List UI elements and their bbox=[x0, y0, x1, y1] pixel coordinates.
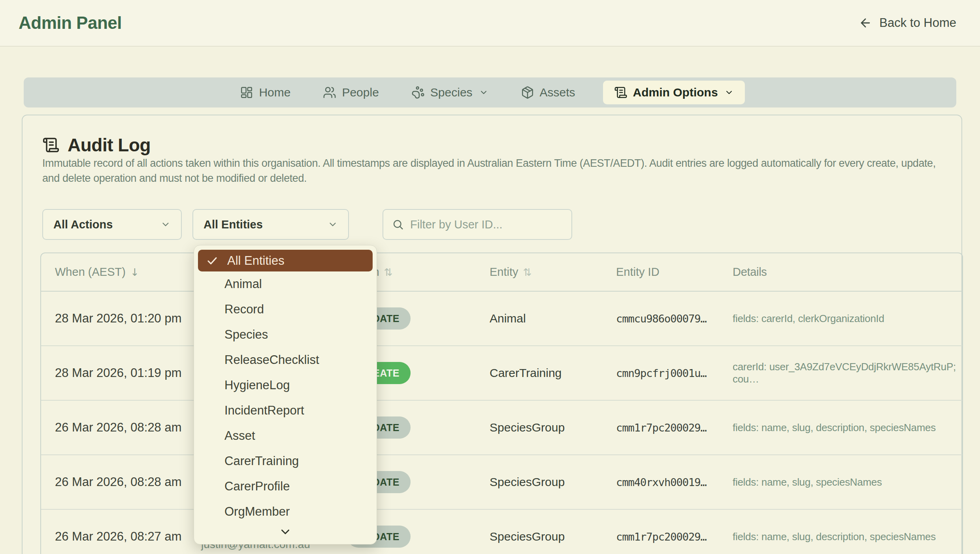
audit-table: When (AEST) ↓ Action ⇅ Entity ⇅ Entity I… bbox=[40, 253, 963, 554]
scroll-icon bbox=[614, 86, 628, 99]
sort-desc-icon: ↓ bbox=[130, 266, 139, 278]
entity-cell: SpeciesGroup bbox=[490, 401, 565, 454]
dropdown-scroll-down-chevron[interactable] bbox=[194, 525, 377, 539]
details-cell: fields: name, slug, description, species… bbox=[733, 401, 936, 454]
dropdown-option-species[interactable]: Species bbox=[198, 322, 373, 347]
table-row: 26 Mar 2026, 08:27 am justin@yamalt.com.… bbox=[41, 510, 962, 554]
column-label: Entity bbox=[490, 266, 518, 279]
dropdown-option-label: All Entities bbox=[227, 254, 285, 268]
entity-cell: CarerTraining bbox=[490, 346, 562, 400]
dropdown-option-carerprofile[interactable]: CarerProfile bbox=[198, 474, 373, 499]
nav-item-label: People bbox=[342, 86, 379, 99]
table-row: 26 Mar 2026, 08:28 am UPDATE SpeciesGrou… bbox=[41, 455, 962, 510]
nav-item-species[interactable]: Species bbox=[407, 81, 493, 104]
nav-item-home[interactable]: Home bbox=[235, 81, 295, 104]
entity-cell: Animal bbox=[490, 292, 526, 345]
main-nav: Home People Species Assets Admin Options bbox=[24, 77, 956, 107]
nav-item-label: Species bbox=[430, 86, 473, 99]
audit-log-title: Audit Log bbox=[68, 134, 151, 156]
dropdown-option-carertraining[interactable]: CarerTraining bbox=[198, 448, 373, 474]
chevron-down-icon bbox=[160, 219, 171, 230]
nav-item-admin-options[interactable]: Admin Options bbox=[603, 81, 745, 104]
column-header-when[interactable]: When (AEST) ↓ bbox=[55, 253, 139, 291]
sort-both-icon: ⇅ bbox=[523, 266, 532, 278]
when-cell: 28 Mar 2026, 01:20 pm bbox=[55, 292, 182, 345]
table-row: 26 Mar 2026, 08:28 am UPDATE SpeciesGrou… bbox=[41, 401, 962, 455]
nav-item-label: Assets bbox=[540, 86, 575, 99]
column-header-entity-id: Entity ID bbox=[616, 253, 660, 291]
user-id-filter bbox=[383, 209, 572, 240]
when-cell: 26 Mar 2026, 08:28 am bbox=[55, 401, 182, 454]
scroll-icon bbox=[42, 136, 60, 154]
dropdown-option-incidentreport[interactable]: IncidentReport bbox=[198, 398, 373, 423]
when-cell: 26 Mar 2026, 08:27 am bbox=[55, 510, 182, 554]
nav-item-people[interactable]: People bbox=[318, 81, 383, 104]
entity-id-cell: cmm1r7pc200029… bbox=[616, 401, 707, 454]
dashboard-grid-icon bbox=[240, 86, 253, 99]
chevron-down-icon bbox=[328, 219, 338, 230]
when-cell: 26 Mar 2026, 08:28 am bbox=[55, 455, 182, 509]
users-icon bbox=[323, 86, 336, 99]
table-row: 28 Mar 2026, 01:19 pm CREATE CarerTraini… bbox=[41, 346, 962, 401]
entity-id-cell: cmn9pcfrj0001u… bbox=[616, 346, 707, 400]
audit-log-description: Immutable record of all actions taken wi… bbox=[42, 156, 947, 186]
back-to-home-label: Back to Home bbox=[879, 16, 956, 30]
actions-filter-value: All Actions bbox=[53, 218, 113, 231]
nav-item-assets[interactable]: Assets bbox=[516, 81, 580, 104]
entities-filter-value: All Entities bbox=[204, 218, 263, 231]
audit-log-title-row: Audit Log bbox=[42, 134, 151, 156]
audit-log-card: Audit Log Immutable record of all action… bbox=[22, 115, 962, 554]
column-label: Details bbox=[733, 266, 767, 279]
actions-filter-select[interactable]: All Actions bbox=[42, 209, 182, 240]
top-header: Admin Panel Back to Home bbox=[0, 0, 980, 47]
entity-id-cell: cmm40rxvh00019… bbox=[616, 455, 707, 509]
details-cell: fields: name, slug, speciesNames bbox=[733, 455, 882, 509]
entity-cell: SpeciesGroup bbox=[490, 510, 565, 554]
dropdown-option-record[interactable]: Record bbox=[198, 297, 373, 322]
back-to-home-link[interactable]: Back to Home bbox=[859, 16, 956, 30]
dropdown-option-hygienelog[interactable]: HygieneLog bbox=[198, 373, 373, 398]
user-id-filter-input[interactable] bbox=[410, 218, 563, 231]
filters-row: All Actions All Entities bbox=[42, 209, 572, 240]
dropdown-option-animal[interactable]: Animal bbox=[198, 271, 373, 297]
arrow-left-icon bbox=[859, 16, 872, 30]
package-icon bbox=[521, 86, 534, 99]
column-label: When (AEST) bbox=[55, 266, 126, 279]
column-header-details: Details bbox=[733, 253, 767, 291]
details-cell: carerId: user_3A9Zd7eVCEyDdjRkrWE85AytRu… bbox=[733, 346, 962, 400]
nav-item-label: Home bbox=[259, 86, 290, 99]
chevron-down-icon bbox=[724, 88, 734, 97]
sort-both-icon: ⇅ bbox=[384, 266, 393, 278]
chevron-down-icon bbox=[479, 88, 488, 97]
column-label: Entity ID bbox=[616, 266, 660, 279]
search-icon bbox=[392, 219, 404, 230]
column-header-entity[interactable]: Entity ⇅ bbox=[490, 253, 531, 291]
entity-id-cell: cmm1r7pc200029… bbox=[616, 510, 707, 554]
details-cell: fields: name, slug, description, species… bbox=[733, 510, 936, 554]
entity-id-cell: cmmcu986o00079… bbox=[616, 292, 707, 345]
dropdown-option-orgmember[interactable]: OrgMember bbox=[198, 499, 373, 524]
paw-print-icon bbox=[411, 86, 425, 99]
details-cell: fields: carerId, clerkOrganizationId bbox=[733, 292, 884, 345]
entity-filter-dropdown: All Entities Animal Record Species Relea… bbox=[194, 245, 377, 545]
dropdown-option-all-entities[interactable]: All Entities bbox=[198, 250, 373, 271]
entity-cell: SpeciesGroup bbox=[490, 455, 565, 509]
entities-filter-select[interactable]: All Entities bbox=[192, 209, 349, 240]
nav-item-label: Admin Options bbox=[633, 86, 718, 99]
page-title: Admin Panel bbox=[19, 13, 122, 33]
check-icon bbox=[206, 254, 219, 267]
dropdown-option-asset[interactable]: Asset bbox=[198, 423, 373, 448]
when-cell: 28 Mar 2026, 01:19 pm bbox=[55, 346, 182, 400]
audit-table-header: When (AEST) ↓ Action ⇅ Entity ⇅ Entity I… bbox=[41, 253, 962, 292]
table-row: 28 Mar 2026, 01:20 pm UPDATE Animal cmmc… bbox=[41, 292, 962, 346]
dropdown-option-releasechecklist[interactable]: ReleaseChecklist bbox=[198, 347, 373, 373]
